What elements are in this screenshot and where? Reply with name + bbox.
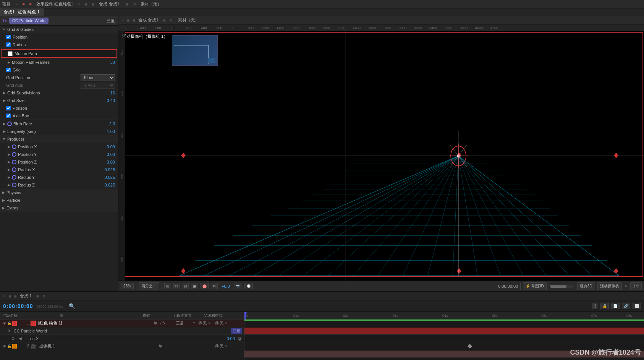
tab-composition-1[interactable]: 合成1 · 红色·纯色 1 [0, 8, 44, 16]
grid-position-select[interactable]: Floor Ceiling Wall [81, 74, 115, 81]
svg-text:02s: 02s [343, 314, 349, 318]
layer-1-color [12, 321, 17, 326]
keyframe-anim2: |◀ [18, 336, 22, 341]
grid-subdivisions-label: Grid Subdivisions [7, 91, 92, 95]
grid-position-row: Grid Position Floor Ceiling Wall [0, 74, 118, 81]
layer-2-lock[interactable]: 🔒 [7, 344, 11, 348]
keyframe-parent-icon: @ [238, 336, 242, 341]
view-camera-btn[interactable]: 📷 [234, 283, 242, 289]
checkbox-horizon-input[interactable] [6, 106, 11, 110]
prop-rad-x: ▶ Radius X 0.025 [0, 166, 118, 174]
layer-1-fx[interactable]: / fx [160, 321, 165, 325]
layer-1-solo[interactable]: 单 [154, 321, 157, 326]
menu-effect-controls[interactable]: 效果控件 红色纯色1 [36, 1, 73, 7]
checkbox-motion-path-input[interactable] [8, 51, 13, 56]
col-solo: 单 [60, 313, 71, 318]
timeline-tool-2[interactable]: 🔒 [600, 303, 609, 309]
active-camera-btn[interactable]: 活动摄像机 [597, 282, 622, 290]
top-menu-bar: 项目 × ■ ■ 效果控件 红色纯色1 × ■ ■ 合成 合成1 ■ ≡ 素材（… [0, 0, 644, 8]
checkbox-axis-box-input[interactable] [6, 114, 11, 118]
layer-2-parent[interactable]: 无 [220, 344, 223, 349]
view-refresh-btn[interactable]: ↺ [211, 283, 218, 289]
view-color-btn[interactable]: ⬤ [201, 283, 209, 289]
tab-display[interactable]: 三显 [107, 18, 115, 24]
prop-rad-z: ▶ Radius Z 0.025 [0, 181, 118, 189]
layer-1-parent[interactable]: 无 [220, 321, 223, 326]
layer-2-camera-icon: 🎥 [31, 344, 36, 349]
fps-display: 09000 165.00 fps [37, 305, 64, 308]
layer-1-name[interactable]: [红色 纯色 1] [38, 320, 152, 326]
menu-footage[interactable]: 素材（无） [141, 1, 162, 7]
zoom-level-btn[interactable]: 25% [121, 283, 134, 289]
extras-label: Extras [6, 206, 18, 210]
checkbox-horizon[interactable]: Horizon [0, 104, 118, 112]
timeline-tool-3[interactable]: 📄 [611, 303, 620, 309]
section-producer-header[interactable]: ▼ Producer [0, 135, 118, 143]
checkbox-position[interactable]: Position [0, 33, 118, 41]
checkbox-grid-input[interactable] [6, 68, 11, 72]
view-3d-btn[interactable]: ▣ [191, 283, 198, 289]
checkbox-radius-input[interactable] [6, 42, 11, 47]
grid-size-row: ▶ Grid Size 0.40 [0, 97, 118, 104]
layer-1-eye[interactable]: 👁 [2, 321, 6, 326]
prop-rad-y: ▶ Radius Y 0.025 [0, 174, 118, 181]
rad-x-value: 0.025 [92, 167, 115, 172]
section-grid-guides-header[interactable]: ▼ Grid & Guides [0, 26, 118, 33]
left-panel: fx CC Particle World 三显 ▼ Grid & Guides … [0, 16, 118, 291]
layer-1-lock[interactable]: 🔒 [7, 321, 11, 325]
section-particle-header[interactable]: ▶ Particle [0, 196, 118, 204]
section-physics-header[interactable]: ▶ Physics [0, 189, 118, 196]
layer-1-parent-icon: @ [215, 321, 219, 325]
arrow-pos-x: ▶ [8, 145, 10, 149]
checkbox-axis-box[interactable]: Axis Box [0, 112, 118, 120]
timeline-ruler: 0 01s 02s 03s 04s 05s 06s 07s 08s [244, 312, 644, 319]
checkbox-position-label: Position [13, 35, 28, 39]
layer-count-btn[interactable]: 1个 [630, 282, 642, 290]
motion-path-frames-label: Motion Path Frames [12, 60, 92, 65]
keyframe-diamond[interactable] [468, 344, 472, 348]
layer-1-tm-mode[interactable]: 无 [203, 321, 207, 326]
grid-axis-select[interactable]: Y Axis [81, 82, 115, 89]
producer-properties: ▶ Position X 0.00 ▶ Position Y 0.00 ▶ Po… [0, 143, 118, 189]
layer-2-name[interactable]: 摄像机 1 [39, 343, 157, 349]
arrow-pos-z: ▶ [8, 160, 10, 164]
motion-path-row[interactable]: Motion Path [1, 49, 117, 58]
section-grid-guides: ▼ Grid & Guides Position Radius Motion P… [0, 26, 118, 120]
view-snapshot-btn[interactable]: ⌚ [244, 283, 253, 289]
checkbox-horizon-label: Horizon [13, 106, 27, 110]
menu-project[interactable]: 项目 [2, 1, 11, 7]
section-extras-header[interactable]: ▶ Extras [0, 204, 118, 212]
plus-value: +0.0 [220, 284, 231, 289]
view-mode-btn[interactable]: 四分之一 [139, 282, 159, 290]
checkbox-radius[interactable]: Radius [0, 41, 118, 49]
checkbox-position-input[interactable] [6, 35, 11, 39]
render-info-btn[interactable]: ⚡ 草图3D [523, 282, 547, 290]
checkbox-grid[interactable]: Grid [0, 66, 118, 74]
view-toggle-btn[interactable]: ⊞ [164, 283, 171, 289]
rad-x-anim [12, 167, 16, 172]
timeline-tool-4[interactable]: 🔗 [622, 303, 630, 309]
layer-1-row[interactable]: 👁 🔒 1 [红色 纯色 1] 单 / fx 正常 T @ [0, 319, 244, 327]
pos-z-value: 0.00 [92, 160, 115, 164]
arrow-grid-guides: ▼ [2, 28, 6, 31]
svg-text:03s: 03s [393, 314, 398, 318]
grid-axis-label: Grid Axis [6, 83, 81, 88]
timecode-main[interactable]: 0:00:00:00 [3, 303, 33, 309]
col-track-matte: T 轨道遮置 [173, 313, 200, 318]
timeline-tool-5[interactable]: ⬜ [633, 303, 641, 309]
arrow-pos-y: ▶ [8, 152, 10, 156]
layer-1-mode[interactable]: 正常 [168, 321, 191, 326]
timeline-tool-1[interactable]: ⟦ [592, 303, 598, 309]
search-timeline[interactable]: 🔍 [69, 303, 75, 309]
layer-2-eye[interactable]: 👁 [2, 344, 6, 349]
viewer-canvas: 活动摄像机（摄像机 1） [118, 31, 644, 281]
viewer-comp-tab[interactable]: 合成 合成1 [138, 17, 159, 23]
view-rect-btn[interactable]: □ [173, 283, 180, 289]
layer-2-row[interactable]: 👁 🔒 2 🎥 摄像机 1 单 @ 无 ▼ [0, 342, 244, 350]
effect-panel-header: fx CC Particle World 三显 [0, 16, 118, 26]
render-mode-btn[interactable]: 经典3D [577, 282, 595, 290]
menu-composition[interactable]: 合成 合成1 [99, 1, 119, 7]
effect-name[interactable]: CC Particle World [9, 18, 49, 24]
layer-2-solo[interactable]: 单 [159, 344, 162, 349]
view-safe-btn[interactable]: ⊟ [182, 283, 189, 289]
